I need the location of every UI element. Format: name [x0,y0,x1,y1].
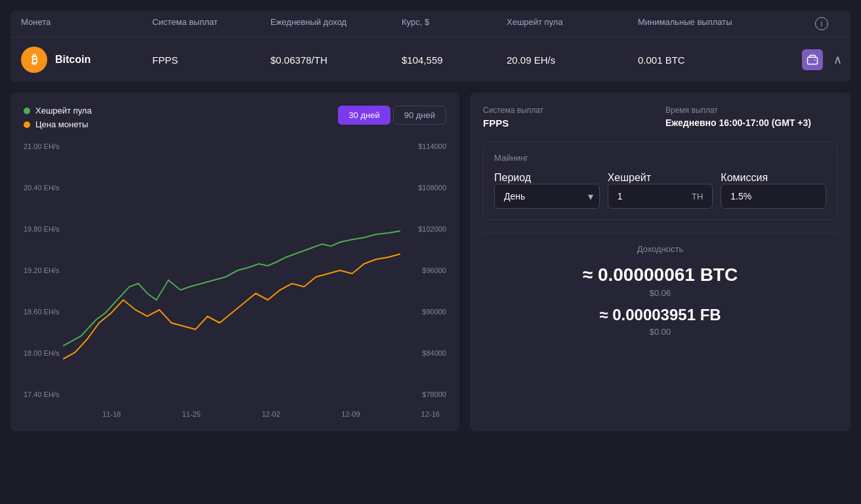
col-rate: Курс, $ [402,17,507,30]
period-col: Период День Неделя Месяц ▾ [494,172,600,209]
commission-col: Комиссия 1.5% [721,172,826,209]
divider [483,233,837,234]
chart-legend: Хешрейт пула Цена монеты [24,106,92,129]
y-left-5: 18.00 EH/s [24,349,63,357]
commission-value: 1.5% [721,184,826,209]
y-left-1: 20.40 EH/s [24,184,63,192]
chart-svg [63,142,400,398]
y-right-3: $96000 [422,266,446,274]
profit-fb-usd: $0.00 [483,327,837,337]
y-left-2: 19.80 EH/s [24,225,63,233]
payout-time-value: Ежедневно 16:00-17:00 (GMT +3) [665,117,837,128]
y-left-3: 19.20 EH/s [24,266,63,274]
legend-price-label: Цена монеты [35,119,88,129]
profit-btc: ≈ 0.00000061 BTC [483,264,837,285]
daily-income-cell: $0.06378/TH [270,54,402,66]
y-left-4: 18.60 EH/s [24,308,63,316]
hashrate-input-wrapper: TH [608,184,713,209]
payout-system-cell: FPPS [152,54,270,66]
coin-name: Bitcoin [55,54,91,66]
info-icon[interactable]: i [815,17,828,30]
profitability-title: Доходность [483,244,837,254]
payout-system-value: FPPS [483,117,655,129]
payout-info: Система выплат FPPS Время выплат Ежеднев… [483,106,837,129]
chart-x: 11-18 11-25 12-02 12-09 12-16 [102,410,440,418]
legend-price: Цена монеты [24,119,92,129]
period-90-button[interactable]: 90 дней [393,106,446,125]
col-info: i [802,17,828,30]
right-panel: Система выплат FPPS Время выплат Ежеднев… [470,93,850,431]
pool-hashrate-cell: 20.09 EH/s [507,54,638,66]
period-buttons: 30 дней 90 дней [338,106,446,125]
main-content: Хешрейт пула Цена монеты 30 дней 90 дней… [10,93,850,431]
x-label-2: 12-02 [262,410,280,418]
header-table: Монета Система выплат Ежедневный доход К… [10,10,850,82]
chart-wrapper: 21.00 EH/s 20.40 EH/s 19.80 EH/s 19.20 E… [24,142,446,418]
coin-info: ₿ Bitcoin [21,47,152,73]
y-right-4: $90000 [422,308,446,316]
legend-hashrate: Хешрейт пула [24,106,92,116]
profit-fb: ≈ 0.00003951 FB [483,306,837,324]
x-label-3: 12-09 [341,410,360,418]
col-hashrate: Хешрейт пула [507,17,638,30]
svg-rect-0 [808,57,818,64]
period-label: Период [494,172,531,183]
bitcoin-icon: ₿ [21,47,47,73]
y-right-2: $102000 [418,225,446,233]
header-row: Монета Система выплат Ежедневный доход К… [10,10,850,37]
payout-system-label: Система выплат [483,106,655,115]
y-right-5: $84000 [422,349,446,357]
legend-dot-green [24,108,30,114]
commission-label: Комиссия [721,172,768,183]
mining-section: Майнинг Период День Неделя Месяц ▾ [483,142,837,220]
payout-time-label: Время выплат [665,106,837,115]
x-label-1: 11-25 [182,410,200,418]
y-left-6: 17.40 EH/s [24,390,63,398]
rate-cell: $104,559 [402,54,507,66]
min-payout-cell: 0.001 BTC [638,54,802,66]
legend-hashrate-label: Хешрейт пула [35,106,92,116]
wallet-icon[interactable] [802,49,823,70]
col-minpayout: Минимальные выплаты [638,17,802,30]
payout-system-info: Система выплат FPPS [483,106,655,129]
hashrate-label: Хешрейт [608,172,651,183]
hashrate-unit: TH [692,192,703,201]
y-right-1: $108000 [418,184,446,192]
profit-usd: $0.06 [483,288,837,298]
profitability-section: Доходность ≈ 0.00000061 BTC $0.06 ≈ 0.00… [483,244,837,337]
payout-time-info: Время выплат Ежедневно 16:00-17:00 (GMT … [665,106,837,129]
period-select-wrapper: День Неделя Месяц ▾ [494,184,600,209]
app-wrapper: Монета Система выплат Ежедневный доход К… [0,0,861,504]
chart-panel: Хешрейт пула Цена монеты 30 дней 90 дней… [10,93,459,431]
chevron-up-icon[interactable]: ∧ [833,52,854,67]
col-payout: Система выплат [152,17,270,30]
period-select[interactable]: День Неделя Месяц [494,184,600,209]
x-label-0: 11-18 [102,410,121,418]
period-30-button[interactable]: 30 дней [338,106,390,125]
coin-row: ₿ Bitcoin FPPS $0.06378/TH $104,559 20.0… [10,37,850,82]
mining-title: Майнинг [494,153,826,163]
y-left-0: 21.00 EH/s [24,142,63,150]
chart-y-right: $114000 $108000 $102000 $96000 $90000 $8… [400,142,446,398]
hashrate-col: Хешрейт TH [608,172,713,209]
col-coin: Монета [21,17,152,30]
hashrate-input[interactable] [618,191,669,201]
legend-dot-orange [24,121,30,128]
y-right-0: $114000 [418,142,446,150]
y-right-6: $78000 [422,390,446,398]
mining-cols: Период День Неделя Месяц ▾ Хешрейт [494,172,826,209]
col-income: Ежедневный доход [270,17,402,30]
x-label-4: 12-16 [421,410,440,418]
chart-y-left: 21.00 EH/s 20.40 EH/s 19.80 EH/s 19.20 E… [24,142,63,398]
chart-header: Хешрейт пула Цена монеты 30 дней 90 дней [24,106,446,129]
